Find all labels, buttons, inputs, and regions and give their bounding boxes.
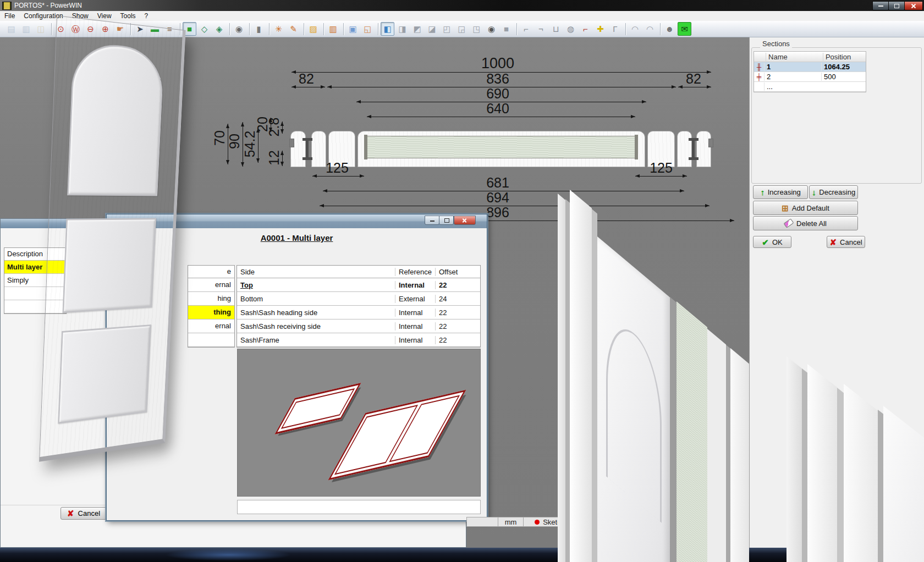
dim-label-125-left: 125 [326, 161, 349, 175]
preview-3d-viewport[interactable] [237, 349, 481, 497]
picture-view-icon[interactable]: ▣ [346, 22, 360, 36]
key-profile-icon[interactable]: ✚ [593, 22, 607, 36]
taskbar [0, 548, 924, 562]
view-bottom-icon[interactable]: ◳ [470, 22, 483, 36]
zoom-selection-icon[interactable]: ⊙ [54, 22, 68, 36]
render-hidden-line-icon[interactable]: ◈ [212, 22, 226, 36]
close-button[interactable] [904, 1, 923, 10]
render-box-icon[interactable]: ■ [499, 22, 513, 36]
dialog-close-button[interactable] [454, 216, 476, 225]
view-top-icon[interactable]: ◲ [455, 22, 469, 36]
minimize-button[interactable] [872, 1, 889, 10]
list-cancel-label: Cancel [78, 509, 100, 517]
report-icon[interactable]: ≡ [163, 22, 177, 36]
dialog-table-row[interactable]: Sash\Sash receiving sideInternal22 [237, 319, 480, 333]
description-row[interactable] [4, 287, 66, 300]
view-front-icon[interactable]: ◨ [395, 22, 409, 36]
description-row[interactable]: Multi layer [4, 261, 66, 274]
dialog-left-column-header: e [188, 266, 234, 278]
toolbar-separator [180, 23, 180, 35]
dialog-table-row[interactable]: Sash\FrameInternal22 [237, 333, 480, 347]
layout-view-icon[interactable]: ◱ [361, 22, 375, 36]
cell-reference: Internal [395, 322, 435, 330]
description-row[interactable] [4, 300, 66, 313]
corner-joint-2-icon[interactable]: ¬ [534, 22, 548, 36]
toolbar-separator [304, 23, 304, 35]
save-project-icon[interactable]: ◫ [34, 22, 48, 36]
pan-hand-icon[interactable]: ☛ [113, 22, 127, 36]
render-solid-icon[interactable]: ■ [183, 22, 196, 36]
arch-tool-1-icon[interactable]: ◠ [628, 22, 642, 36]
edit-document-icon[interactable]: ▨ [306, 22, 320, 36]
arrow-up-icon: ↑ [760, 188, 765, 196]
sections-row[interactable]: ... [754, 82, 866, 92]
description-header: Description [4, 248, 66, 261]
arrow-down-icon: ↓ [812, 188, 816, 196]
dialog-table-row[interactable]: Sash\Sash heading sideInternal22 [237, 306, 480, 319]
send-mail-icon[interactable]: ✉ [678, 22, 691, 36]
dialog-left-row[interactable] [188, 333, 234, 347]
dialog-left-row[interactable]: hing [188, 292, 234, 306]
add-default-button[interactable]: ⊞ Add Default [753, 201, 858, 215]
increasing-button[interactable]: ↑ Increasing [753, 185, 808, 199]
dialog-maximize-button[interactable] [439, 216, 454, 225]
view-iso-icon[interactable]: ◧ [381, 22, 394, 36]
view-left-icon[interactable]: ◪ [425, 22, 439, 36]
list-cancel-button[interactable]: ✘ Cancel [61, 507, 107, 520]
arch-tool-2-icon[interactable]: ◠ [643, 22, 657, 36]
corner-detail-icon[interactable]: ⌐ [579, 22, 592, 36]
view-right-icon[interactable]: ◰ [440, 22, 454, 36]
zoom-window-icon[interactable]: Ⓦ [69, 22, 82, 36]
menu-configuration[interactable]: Configuration [19, 12, 67, 20]
menu-file[interactable]: File [0, 12, 19, 20]
open-project-icon[interactable]: ▥ [19, 22, 33, 36]
menu-[interactable]: ? [140, 12, 153, 20]
menu-tools[interactable]: Tools [116, 12, 140, 20]
sign-user-icon[interactable]: ☻ [663, 22, 676, 36]
menu-view[interactable]: View [93, 12, 116, 20]
measure-icon[interactable]: ▬ [148, 22, 162, 36]
delete-all-button[interactable]: Delete All [753, 216, 858, 230]
profile-round-icon[interactable]: ◍ [564, 22, 578, 36]
application-window: 1000 82 836 82 690 640 70 90 54.2 20 2.8… [0, 0, 924, 562]
cell-side: Sash\Frame [237, 336, 395, 344]
sections-row[interactable]: ╪2500 [754, 72, 866, 82]
render-wireframe-icon[interactable]: ◇ [197, 22, 211, 36]
view-back-icon[interactable]: ◩ [410, 22, 424, 36]
window-title: PORTOS* - PowerWIN [14, 2, 82, 9]
material-icon[interactable]: ◉ [232, 22, 246, 36]
dim-label-12: 12 [267, 150, 281, 166]
dialog-minimize-button[interactable] [425, 216, 439, 225]
dialog-left-row[interactable]: ernal [188, 319, 234, 333]
corner-joint-3-icon[interactable]: Γ [608, 22, 622, 36]
sections-row[interactable]: ╫11064.25 [754, 62, 866, 72]
cell-side: Sash\Sash receiving side [237, 322, 395, 330]
dialog-table-row[interactable]: BottomExternal24 [237, 292, 480, 306]
profile-columns-icon[interactable]: ▥ [326, 22, 340, 36]
dim-line [678, 87, 711, 87]
decreasing-button[interactable]: ↓ Decreasing [809, 185, 858, 199]
select-info-icon[interactable]: ➤ [133, 22, 147, 36]
frame-section-icon[interactable]: ⊔ [549, 22, 563, 36]
dim-label-896: 896 [486, 206, 509, 219]
dialog-table-row[interactable]: TopInternal22 [237, 278, 480, 292]
dim-label-690: 690 [486, 87, 509, 101]
zoom-in-icon[interactable]: ⊕ [98, 22, 112, 36]
zoom-out-icon[interactable]: ⊖ [84, 22, 97, 36]
new-document-icon[interactable]: ▤ [4, 22, 18, 36]
toolbar-separator [51, 23, 52, 35]
description-row[interactable]: Simply [4, 274, 66, 287]
machining-icon[interactable]: ✳ [272, 22, 285, 36]
dialog-left-row[interactable]: thing [188, 306, 234, 319]
tool-set-icon[interactable]: ✎ [287, 22, 300, 36]
cell-offset: 22 [435, 308, 480, 317]
menu-show[interactable]: Show [68, 12, 93, 20]
dialog-left-row[interactable]: ernal [188, 278, 234, 292]
ok-button[interactable]: ✔ OK [753, 236, 791, 248]
corner-joint-1-icon[interactable]: ⌐ [519, 22, 533, 36]
spray-finish-icon[interactable]: ▮ [252, 22, 266, 36]
camera-icon[interactable]: ◉ [485, 22, 498, 36]
maximize-button[interactable] [888, 1, 905, 10]
cancel-button[interactable]: ✘ Cancel [827, 236, 865, 248]
titlebar[interactable] [0, 0, 924, 11]
